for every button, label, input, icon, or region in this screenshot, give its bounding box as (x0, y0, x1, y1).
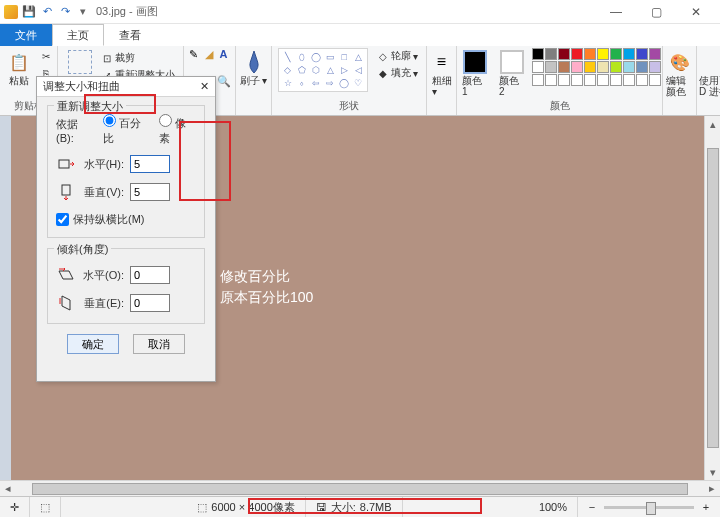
palette-color[interactable] (623, 74, 635, 86)
dialog-close-button[interactable]: ✕ (200, 80, 209, 93)
palette-color[interactable] (571, 61, 583, 73)
paint3d-icon: ⬮ (713, 50, 720, 74)
palette-color[interactable] (571, 74, 583, 86)
palette-color[interactable] (532, 74, 544, 86)
zoom-slider[interactable] (604, 506, 694, 509)
crop-icon: ⊡ (101, 52, 113, 64)
window-maximize-button[interactable]: ▢ (636, 0, 676, 24)
cut-button[interactable]: ✂ (38, 48, 54, 64)
palette-color[interactable] (597, 74, 609, 86)
palette-color[interactable] (610, 74, 622, 86)
size-button[interactable]: ≡ 粗细▾ (426, 48, 458, 99)
qat-save-icon[interactable]: 💾 (22, 5, 36, 19)
status-cursor-position: ✛ (0, 497, 30, 517)
scroll-up-arrow[interactable]: ▴ (705, 116, 720, 132)
outline-icon: ◇ (377, 50, 389, 62)
skew-v-label: 垂直(E): (82, 296, 124, 311)
color1-button[interactable]: 颜色 1 (458, 48, 492, 99)
palette-color[interactable] (636, 48, 648, 60)
palette-color[interactable] (636, 61, 648, 73)
resize-v-label: 垂直(V): (82, 185, 124, 200)
resize-skew-dialog: 调整大小和扭曲 ✕ 重新调整大小 依据(B): 百分比 像素 水平(H): 垂直… (36, 76, 216, 382)
shape-fill-button[interactable]: ◆填充 ▾ (375, 65, 420, 81)
qat-redo-icon[interactable]: ↷ (58, 5, 72, 19)
palette-color[interactable] (545, 61, 557, 73)
palette-color[interactable] (597, 48, 609, 60)
radio-percent[interactable]: 百分比 (103, 114, 151, 146)
dialog-title-text: 调整大小和扭曲 (43, 79, 120, 94)
status-image-dimensions: ⬚ 6000 × 4000像素 (187, 497, 305, 517)
zoom-in-button[interactable]: + (700, 501, 712, 513)
palette-color[interactable] (584, 61, 596, 73)
crop-button[interactable]: ⊡裁剪 (99, 50, 177, 66)
fill-icon[interactable]: ◢ (203, 48, 215, 60)
window-minimize-button[interactable]: — (596, 0, 636, 24)
zoom-out-button[interactable]: − (586, 501, 598, 513)
palette-color[interactable] (558, 61, 570, 73)
dialog-cancel-button[interactable]: 取消 (133, 334, 185, 354)
palette-color[interactable] (623, 61, 635, 73)
palette-color[interactable] (532, 48, 544, 60)
maintain-aspect-checkbox[interactable] (56, 213, 69, 226)
vscroll-thumb[interactable] (707, 148, 719, 448)
palette-color[interactable] (636, 74, 648, 86)
brush-icon (242, 50, 266, 74)
skew-horizontal-input[interactable] (130, 266, 170, 284)
pencil-icon[interactable]: ✎ (188, 48, 200, 60)
text-tool-icon[interactable]: A (218, 48, 230, 60)
status-selection-size: ⬚ (30, 497, 61, 517)
skew-legend: 倾斜(角度) (54, 242, 111, 257)
select-icon (68, 50, 92, 74)
palette-color[interactable] (545, 74, 557, 86)
color-palette[interactable] (532, 48, 661, 86)
palette-color[interactable] (558, 48, 570, 60)
hscroll-thumb[interactable] (32, 483, 688, 495)
scroll-left-arrow[interactable]: ◂ (0, 481, 16, 497)
brushes-button[interactable]: 刷子 ▾ (236, 48, 272, 88)
palette-color[interactable] (649, 74, 661, 86)
magnifier-icon[interactable]: 🔍 (218, 75, 230, 87)
scroll-right-arrow[interactable]: ▸ (704, 481, 720, 497)
palette-color[interactable] (558, 74, 570, 86)
palette-color[interactable] (623, 48, 635, 60)
scroll-down-arrow[interactable]: ▾ (705, 464, 720, 480)
skew-vertical-input[interactable] (130, 294, 170, 312)
palette-color[interactable] (571, 48, 583, 60)
tab-home[interactable]: 主页 (52, 24, 104, 46)
qat-dropdown-icon[interactable]: ▾ (76, 5, 90, 19)
qat-undo-icon[interactable]: ↶ (40, 5, 54, 19)
color2-button[interactable]: 颜色 2 (495, 48, 529, 99)
tab-view[interactable]: 查看 (104, 24, 156, 46)
maintain-aspect-label: 保持纵横比(M) (73, 212, 145, 227)
dialog-ok-button[interactable]: 确定 (67, 334, 119, 354)
skew-h-label: 水平(O): (82, 268, 124, 283)
palette-color[interactable] (610, 61, 622, 73)
palette-color[interactable] (649, 48, 661, 60)
palette-color[interactable] (610, 48, 622, 60)
palette-color[interactable] (584, 74, 596, 86)
palette-color[interactable] (545, 48, 557, 60)
resize-vertical-icon (56, 182, 76, 202)
tab-file[interactable]: 文件 (0, 24, 52, 46)
radio-pixels[interactable]: 像素 (159, 114, 196, 146)
palette-color[interactable] (649, 61, 661, 73)
status-zoom-level: 100% (529, 497, 578, 517)
shapes-gallery[interactable]: ╲⬯◯▭□△ ◇⬠⬡△▷◁ ☆⬨⇦⇨◯♡ (278, 48, 368, 92)
resize-vertical-input[interactable] (130, 183, 170, 201)
status-file-size: 🖫 大小: 8.7MB (306, 497, 403, 517)
edit-colors-icon: 🎨 (668, 50, 692, 74)
paint3d-button[interactable]: ⬮ 使用画图 3D 进行编辑 (695, 48, 720, 99)
resize-horizontal-input[interactable] (130, 155, 170, 173)
paste-button[interactable]: 📋 粘贴 (3, 48, 35, 88)
palette-color[interactable] (532, 61, 544, 73)
shape-outline-button[interactable]: ◇轮廓 ▾ (375, 48, 420, 64)
window-close-button[interactable]: ✕ (676, 0, 716, 24)
palette-color[interactable] (597, 61, 609, 73)
palette-color[interactable] (584, 48, 596, 60)
horizontal-scrollbar[interactable]: ◂ ▸ (0, 480, 720, 496)
resize-horizontal-icon (56, 154, 76, 174)
vertical-scrollbar[interactable]: ▴ ▾ (704, 116, 720, 480)
edit-colors-button[interactable]: 🎨 编辑颜色 (662, 48, 698, 99)
group-colors-label: 颜色 (550, 99, 570, 113)
app-icon (4, 5, 18, 19)
